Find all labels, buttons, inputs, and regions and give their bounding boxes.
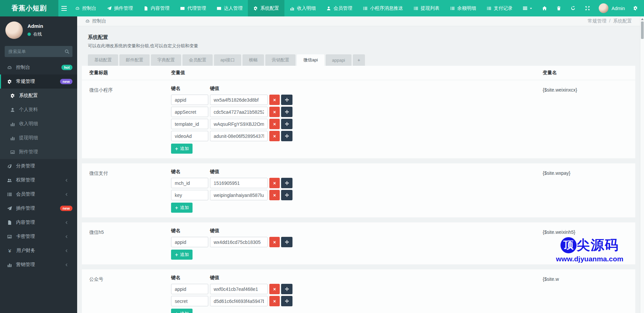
key-name-input[interactable]: [171, 284, 208, 294]
sidebar-item[interactable]: 系统配置: [0, 89, 77, 103]
topnav-item[interactable]: 收入明细: [284, 0, 321, 16]
add-row-button[interactable]: 追加: [171, 144, 193, 154]
trash-button[interactable]: [552, 0, 566, 16]
home-button[interactable]: [537, 0, 552, 16]
tab-1[interactable]: 邮件配置: [119, 54, 150, 66]
topnav-item[interactable]: 代理管理: [175, 0, 211, 16]
move-row-button[interactable]: [281, 95, 292, 105]
topnav-item[interactable]: 插件管理: [102, 0, 138, 16]
sidebar-avatar[interactable]: [5, 21, 23, 39]
move-row-button[interactable]: [281, 107, 292, 117]
sidebar-item[interactable]: 卡密管理: [0, 229, 77, 244]
sidebar-item[interactable]: 插件管理new: [0, 201, 77, 215]
topnav-item[interactable]: 小程序消息推送: [358, 0, 408, 16]
key-value-input[interactable]: [210, 296, 268, 306]
key-value-input[interactable]: [210, 119, 268, 129]
move-row-button[interactable]: [281, 237, 292, 247]
key-value-input[interactable]: [210, 178, 268, 188]
move-row-button[interactable]: [281, 296, 292, 306]
move-row-button[interactable]: [281, 119, 292, 129]
topnav-item[interactable]: 余额明细: [445, 0, 481, 16]
topnav-item-label: 小程序消息推送: [370, 5, 403, 11]
page-scrollbar[interactable]: [640, 16, 644, 313]
user-avatar[interactable]: [599, 3, 608, 13]
key-value-input[interactable]: [210, 131, 268, 141]
sidebar-item[interactable]: 收入明细: [0, 117, 77, 131]
group-separator: [82, 158, 635, 163]
topnav-item[interactable]: 达人管理: [211, 0, 248, 16]
fullscreen-button[interactable]: [580, 0, 595, 16]
sidebar-item[interactable]: 常规管理new: [0, 74, 77, 89]
key-name-input[interactable]: [171, 296, 208, 306]
breadcrumb-home-link[interactable]: 控制台: [85, 18, 106, 24]
delete-row-button[interactable]: ×: [269, 178, 280, 188]
tab-4[interactable]: api接口: [214, 54, 241, 66]
tab-8[interactable]: appapi: [326, 54, 352, 66]
sidebar-item[interactable]: ¥用户财务: [0, 244, 77, 258]
tab-6[interactable]: 营销配置: [265, 54, 296, 66]
breadcrumb-crumb[interactable]: 常规管理: [588, 18, 606, 23]
settings-button[interactable]: [628, 0, 639, 16]
delete-row-button[interactable]: ×: [269, 107, 280, 117]
delete-row-button[interactable]: ×: [269, 95, 280, 105]
add-row-button[interactable]: 追加: [171, 250, 193, 260]
sidebar-item[interactable]: 权限管理: [0, 173, 77, 187]
menu-search-input[interactable]: [5, 46, 72, 57]
key-value-input[interactable]: [210, 237, 268, 247]
topnav-item[interactable]: 提现列表: [408, 0, 445, 16]
key-name-input[interactable]: [171, 119, 208, 129]
key-name-input[interactable]: [171, 190, 208, 200]
topnav-item[interactable]: 控制台: [70, 0, 102, 16]
delete-row-button[interactable]: ×: [269, 190, 280, 200]
delete-row-button[interactable]: ×: [269, 296, 280, 306]
add-row-button[interactable]: 追加: [171, 203, 193, 213]
menu-list-dropdown[interactable]: [518, 0, 537, 16]
navbar-right-cluster: Admin: [518, 0, 644, 16]
scrollbar-thumb[interactable]: [641, 21, 644, 39]
tab-7[interactable]: 微信api: [297, 54, 324, 66]
move-row-button[interactable]: [281, 178, 292, 188]
key-name-input[interactable]: [171, 237, 208, 247]
breadcrumb-crumb[interactable]: 系统配置: [613, 18, 632, 23]
key-value-input[interactable]: [210, 107, 268, 117]
plus-icon: [175, 253, 178, 257]
sidebar-item[interactable]: 个人资料: [0, 103, 77, 117]
key-value-input[interactable]: [210, 190, 268, 200]
sidebar-item[interactable]: 提现明细: [0, 131, 77, 145]
key-name-input[interactable]: [171, 131, 208, 141]
delete-row-button[interactable]: ×: [269, 284, 280, 294]
key-name-input[interactable]: [171, 107, 208, 117]
scrollbar-up-arrow[interactable]: [641, 18, 644, 20]
delete-row-button[interactable]: ×: [269, 119, 280, 129]
key-value-input[interactable]: [210, 284, 268, 294]
tab-0[interactable]: 基础配置: [88, 54, 118, 66]
sidebar-item[interactable]: 内容管理: [0, 215, 77, 229]
topnav-item[interactable]: 系统配置: [248, 0, 284, 16]
topnav-item[interactable]: 支付记录: [481, 0, 518, 16]
move-row-button[interactable]: [281, 190, 292, 200]
tab-2[interactable]: 字典配置: [151, 54, 181, 66]
add-tab-button[interactable]: +: [353, 54, 365, 66]
sidebar-item[interactable]: 营销管理: [0, 258, 77, 272]
main-content: 控制台 常规管理/系统配置 系统配置 可以在此增改系统的变量和分组,也可以自定义…: [77, 16, 640, 313]
sidebar-toggle-button[interactable]: [58, 0, 70, 16]
sidebar-item[interactable]: 控制台hot: [0, 60, 77, 74]
key-name-input[interactable]: [171, 178, 208, 188]
add-row-button[interactable]: 追加: [171, 309, 193, 313]
tab-5[interactable]: 横幅: [243, 54, 264, 66]
sidebar-item[interactable]: 分类管理: [0, 159, 77, 173]
key-name-input[interactable]: [171, 95, 208, 105]
refresh-button[interactable]: [566, 0, 580, 16]
delete-row-button[interactable]: ×: [269, 131, 280, 141]
key-value-input[interactable]: [210, 95, 268, 105]
move-row-button[interactable]: [281, 131, 292, 141]
navbar-username[interactable]: Admin: [611, 6, 625, 11]
sidebar-item[interactable]: 附件管理: [0, 145, 77, 159]
list-menu-icon: [523, 6, 528, 11]
topnav-item[interactable]: 内容管理: [138, 0, 175, 16]
delete-row-button[interactable]: ×: [269, 237, 280, 247]
move-row-button[interactable]: [281, 284, 292, 294]
topnav-item[interactable]: 会员管理: [321, 0, 358, 16]
sidebar-item[interactable]: 会员管理: [0, 187, 77, 201]
tab-3[interactable]: 会员配置: [182, 54, 213, 66]
